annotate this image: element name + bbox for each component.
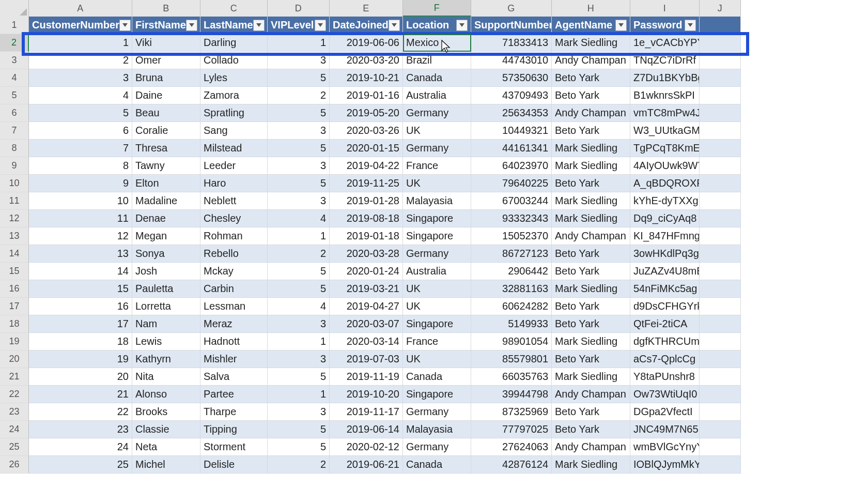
column-header-H[interactable]: H bbox=[552, 0, 630, 17]
cell-F[interactable]: France bbox=[403, 157, 471, 175]
row-header-16[interactable]: 16 bbox=[0, 280, 29, 298]
cell-B[interactable]: Nita bbox=[132, 368, 200, 386]
column-header-J[interactable]: J bbox=[700, 0, 741, 17]
filter-dropdown-button[interactable] bbox=[456, 20, 468, 31]
cell-C[interactable]: Neblett bbox=[200, 192, 268, 210]
cell-E[interactable]: 2020-03-07 bbox=[330, 315, 403, 333]
row-header-11[interactable]: 11 bbox=[0, 192, 29, 210]
row-header-3[interactable]: 3 bbox=[0, 52, 29, 69]
column-header-A[interactable]: A bbox=[29, 0, 132, 17]
cell-F[interactable]: Malayasia bbox=[403, 192, 471, 210]
cell-G[interactable]: 25634353 bbox=[471, 104, 552, 122]
cell-F[interactable]: UK bbox=[403, 122, 471, 140]
filter-dropdown-button[interactable] bbox=[615, 20, 627, 31]
cell-G[interactable]: 64023970 bbox=[471, 157, 552, 175]
cell-J[interactable] bbox=[700, 175, 741, 192]
row-header-12[interactable]: 12 bbox=[0, 210, 29, 227]
header-cell-F[interactable]: Location bbox=[403, 17, 471, 34]
cell-D[interactable]: 5 bbox=[268, 263, 330, 280]
cell-H[interactable]: Mark Siedling bbox=[552, 280, 630, 298]
cell-A[interactable]: 11 bbox=[29, 210, 132, 227]
cell-H[interactable]: Andy Champan bbox=[552, 104, 630, 122]
cell-C[interactable]: Partee bbox=[200, 386, 268, 403]
cell-H[interactable]: Beto Yark bbox=[552, 421, 630, 438]
column-header-E[interactable]: E bbox=[330, 0, 403, 17]
filter-dropdown-button[interactable] bbox=[389, 20, 400, 31]
cell-I[interactable]: Ow73WtiUqI0 bbox=[630, 386, 700, 403]
cell-A[interactable]: 6 bbox=[29, 122, 132, 140]
row-header-4[interactable]: 4 bbox=[0, 69, 29, 87]
row-header-18[interactable]: 18 bbox=[0, 315, 29, 333]
cell-D[interactable]: 1 bbox=[268, 333, 330, 350]
cell-H[interactable]: Andy Champan bbox=[552, 52, 630, 69]
cell-C[interactable]: Haro bbox=[200, 175, 268, 192]
cell-E[interactable]: 2020-01-24 bbox=[330, 263, 403, 280]
cell-G[interactable]: 39944798 bbox=[471, 386, 552, 403]
cell-I[interactable]: JuZAZv4U8mE bbox=[630, 263, 700, 280]
cell-C[interactable]: Storment bbox=[200, 438, 268, 456]
cell-H[interactable]: Beto Yark bbox=[552, 87, 630, 104]
cell-D[interactable]: 5 bbox=[268, 421, 330, 438]
cell-C[interactable]: Lessman bbox=[200, 298, 268, 315]
cell-F[interactable]: Canada bbox=[403, 456, 471, 474]
cell-J[interactable] bbox=[700, 245, 741, 263]
cell-H[interactable]: Mark Siedling bbox=[552, 456, 630, 474]
cell-A[interactable]: 4 bbox=[29, 87, 132, 104]
cell-A[interactable]: 22 bbox=[29, 403, 132, 421]
cell-A[interactable]: 2 bbox=[29, 52, 132, 69]
cell-J[interactable] bbox=[700, 122, 741, 140]
cell-D[interactable]: 4 bbox=[268, 210, 330, 227]
cell-I[interactable]: TgPCqT8KmEA bbox=[630, 140, 700, 157]
row-header-9[interactable]: 9 bbox=[0, 157, 29, 175]
cell-G[interactable]: 98901054 bbox=[471, 333, 552, 350]
cell-J[interactable] bbox=[700, 350, 741, 368]
cell-E[interactable]: 2020-03-26 bbox=[330, 122, 403, 140]
cell-H[interactable]: Andy Champan bbox=[552, 386, 630, 403]
cell-C[interactable]: Darling bbox=[200, 34, 268, 52]
cell-I[interactable]: 54nFiMKc5ag bbox=[630, 280, 700, 298]
cell-C[interactable]: Meraz bbox=[200, 315, 268, 333]
filter-dropdown-button[interactable] bbox=[119, 20, 131, 31]
cell-G[interactable]: 86727123 bbox=[471, 245, 552, 263]
grid-body[interactable]: CustomerNumberFirstNameLastNameVIPLevelD… bbox=[29, 17, 741, 474]
cell-J[interactable] bbox=[700, 104, 741, 122]
cell-D[interactable]: 5 bbox=[268, 280, 330, 298]
cell-E[interactable]: 2019-06-21 bbox=[330, 456, 403, 474]
cell-F[interactable]: UK bbox=[403, 175, 471, 192]
cell-J[interactable] bbox=[700, 263, 741, 280]
cell-D[interactable]: 5 bbox=[268, 140, 330, 157]
cell-E[interactable]: 2019-04-22 bbox=[330, 157, 403, 175]
cell-A[interactable]: 15 bbox=[29, 280, 132, 298]
cell-D[interactable]: 3 bbox=[268, 157, 330, 175]
column-header-F[interactable]: F bbox=[403, 0, 471, 17]
cell-A[interactable]: 21 bbox=[29, 386, 132, 403]
cell-F[interactable]: Singapore bbox=[403, 227, 471, 245]
cell-B[interactable]: Bruna bbox=[132, 69, 200, 87]
cell-G[interactable]: 71833413 bbox=[471, 34, 552, 52]
row-header-14[interactable]: 14 bbox=[0, 245, 29, 263]
cell-G[interactable]: 44161341 bbox=[471, 140, 552, 157]
column-header-I[interactable]: I bbox=[630, 0, 700, 17]
cell-F[interactable]: Germany bbox=[403, 245, 471, 263]
cell-G[interactable]: 43709493 bbox=[471, 87, 552, 104]
cell-H[interactable]: Beto Yark bbox=[552, 175, 630, 192]
cell-A[interactable]: 13 bbox=[29, 245, 132, 263]
cell-E[interactable]: 2019-03-21 bbox=[330, 280, 403, 298]
header-cell-D[interactable]: VIPLevel bbox=[268, 17, 330, 34]
cell-G[interactable]: 60624282 bbox=[471, 298, 552, 315]
cell-A[interactable]: 8 bbox=[29, 157, 132, 175]
cell-D[interactable]: 1 bbox=[268, 227, 330, 245]
cell-D[interactable]: 1 bbox=[268, 386, 330, 403]
cell-D[interactable]: 3 bbox=[268, 52, 330, 69]
filter-dropdown-button[interactable] bbox=[253, 20, 265, 31]
cell-J[interactable] bbox=[700, 403, 741, 421]
cell-J[interactable] bbox=[700, 368, 741, 386]
cell-G[interactable]: 79640225 bbox=[471, 175, 552, 192]
cell-D[interactable]: 5 bbox=[268, 104, 330, 122]
cell-F[interactable]: France bbox=[403, 333, 471, 350]
cell-G[interactable]: 66035763 bbox=[471, 368, 552, 386]
header-cell-A[interactable]: CustomerNumber bbox=[29, 17, 132, 34]
row-header-13[interactable]: 13 bbox=[0, 227, 29, 245]
cell-B[interactable]: Nam bbox=[132, 315, 200, 333]
cell-I[interactable]: DGpa2VfectI bbox=[630, 403, 700, 421]
